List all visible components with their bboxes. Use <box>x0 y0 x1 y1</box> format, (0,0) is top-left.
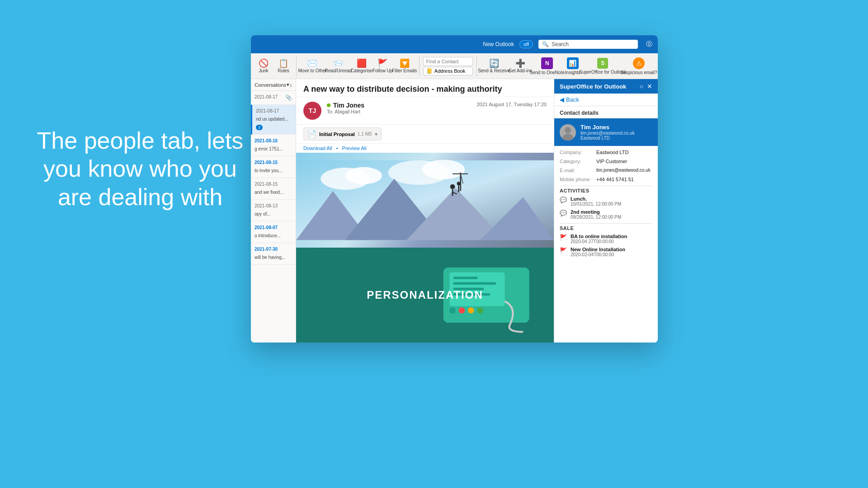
svg-point-22 <box>468 307 474 314</box>
filter-emails-button[interactable]: 🔽 Filter Emails <box>394 58 416 74</box>
contact-name: Tim Jones <box>580 124 652 131</box>
email-row: E-mail: tim.jones@eastwood.co.uk <box>560 168 652 173</box>
contact-company-display: Eastwood LTD <box>580 136 652 141</box>
superoffice-panel: SuperOffice for Outlook ○ ✕ ◀ Back Conta… <box>554 79 658 343</box>
move-to-other-button[interactable]: ✉️ Move to Other <box>300 58 325 74</box>
online-indicator <box>327 103 330 107</box>
find-contact-box: 📒 Address Book <box>423 57 473 75</box>
list-item[interactable]: 2021-07-30 will be having... <box>251 243 296 265</box>
flag-icon: 🚩 <box>377 59 387 67</box>
send-receive-button[interactable]: 🔄 Send & Receive <box>481 58 508 74</box>
search-bar[interactable]: 🔍 Search <box>538 40 638 49</box>
svg-point-23 <box>477 307 483 314</box>
follow-up-button[interactable]: 🚩 Follow Up <box>373 58 392 74</box>
conversation-list: Conversations ▾ ↕ 📎 2021-08-17 2021-08-1… <box>251 79 296 343</box>
svg-point-4 <box>422 160 465 179</box>
ribbon-sep-1 <box>296 55 297 77</box>
move-icon: ✉️ <box>307 59 317 67</box>
attachment-name: Initial Proposal <box>319 131 355 137</box>
activity-item[interactable]: 💬 2nd meeting 09/28/2021, 12:00:00 PM <box>560 209 652 220</box>
sale-item[interactable]: 🚩 BA to online installation 2020-04 27T0… <box>560 234 652 244</box>
superoffice-icon: S <box>597 58 608 69</box>
list-item[interactable]: 2021-08-07 o introduce... <box>251 221 296 243</box>
svg-rect-25 <box>453 282 496 285</box>
activity-item[interactable]: 💬 Lunch. 10/01/2021, 12:00:00 PM <box>560 196 652 206</box>
junk-button[interactable]: 🚫 Junk <box>255 58 273 74</box>
svg-point-2 <box>345 167 382 184</box>
filter-icon: 🔽 <box>400 59 410 67</box>
superoffice-button[interactable]: S SuperOffice for Outlook <box>584 57 622 75</box>
get-addins-button[interactable]: ➕ Get Add-ins <box>509 58 531 74</box>
sale-title-text: BA to online installation <box>571 234 652 239</box>
activity-date: 09/28/2021, 12:00:00 PM <box>571 215 652 220</box>
meeting-icon: 💬 <box>560 210 567 216</box>
email-subject: A new way to distribute decision - makin… <box>296 79 554 97</box>
attachment-size: 1,1 MB <box>358 131 372 136</box>
list-item[interactable]: 2021-08-13 opy of... <box>251 200 296 221</box>
expand-icon: ▾ <box>375 131 377 137</box>
activities-title: ACTIVITIES <box>560 186 652 193</box>
junk-icon: 🚫 <box>259 59 269 67</box>
image-top <box>296 153 554 248</box>
cat-icon: 🟥 <box>357 59 367 67</box>
chat-icon: 💬 <box>560 197 567 203</box>
avatar-image <box>560 124 576 141</box>
ribbon-sep-3 <box>476 55 477 77</box>
personalization-text: PERSONALIZATION <box>367 289 483 301</box>
list-item[interactable]: 2021-08-15 and we fixed... <box>251 178 296 200</box>
svg-point-29 <box>565 127 571 133</box>
book-icon: 📒 <box>426 68 433 74</box>
email-body: PERSONALIZATION <box>296 153 554 343</box>
onenote-icon: N <box>541 57 553 69</box>
email-image: PERSONALIZATION <box>296 153 554 343</box>
paperclip-icon: 📎 <box>285 94 292 101</box>
conversations-header[interactable]: Conversations ▾ ↕ <box>251 79 296 91</box>
contact-email-display: tim.jones@eastwood.co.uk <box>580 131 652 136</box>
so-close-button[interactable]: ✕ <box>647 83 652 90</box>
sale-date-2: 2020-02-04T00:00:00 <box>571 252 652 257</box>
help-icon[interactable]: ⓪ <box>646 40 652 48</box>
search-placeholder: Search <box>552 41 569 47</box>
category-row: Category: VIP Customer <box>560 159 652 164</box>
send-onenote-button[interactable]: N Send to OneNote <box>533 56 562 76</box>
find-contact-input[interactable] <box>423 57 473 66</box>
back-button[interactable]: ◀ Back <box>554 94 658 106</box>
new-outlook-toggle[interactable]: off <box>519 40 533 48</box>
address-book-button[interactable]: 📒 Address Book <box>423 67 473 75</box>
svg-point-21 <box>459 307 465 314</box>
svg-rect-24 <box>453 277 477 279</box>
sender-info: Tim Jones To: Abigail Hart <box>327 102 471 114</box>
insights-icon: 📊 <box>567 57 579 69</box>
addins-icon: ➕ <box>515 59 525 67</box>
list-item[interactable]: 2021-08-15 to invite you... <box>251 156 296 178</box>
activity-date: 10/01/2021, 12:00:00 PM <box>571 202 652 206</box>
sale-date: 2020-04 27T00:00:00 <box>571 239 652 244</box>
suspicious-button[interactable]: ⚠ Suspicious email? <box>624 56 654 76</box>
sale-title: SALE <box>560 223 652 231</box>
attachment-chip[interactable]: 📄 Initial Proposal 1,1 MB ▾ <box>303 127 382 141</box>
contact-avatar <box>560 124 576 141</box>
search-icon: 🔍 <box>542 41 549 47</box>
back-arrow-icon: ◀ <box>560 96 564 103</box>
mobile-row: Mobile phone: +44 441 5741 51 <box>560 177 652 182</box>
list-item[interactable]: 2021-08-16 g error 1751... <box>251 135 296 156</box>
activity-title: Lunch. <box>571 196 652 202</box>
read-unread-button[interactable]: 📨 Read/Unread <box>326 58 350 74</box>
ribbon: 🚫 Junk 📋 Rules ✉️ Move to Other 📨 Read/U… <box>251 53 658 79</box>
sort-icon: ↕ <box>289 82 292 88</box>
list-item[interactable]: 2021-08-17 nd us updated... 3 <box>251 105 296 135</box>
rules-button[interactable]: 📋 Rules <box>274 58 292 74</box>
rules-icon: 📋 <box>278 59 288 67</box>
download-links[interactable]: Download All • Preview All <box>296 144 554 153</box>
contact-details-section: Tim Jones tim.jones@eastwood.co.uk Eastw… <box>554 118 658 146</box>
sale-title-text-2: New Online Installation <box>571 247 652 252</box>
so-panel-actions: ○ ✕ <box>640 83 652 90</box>
so-minimize-button[interactable]: ○ <box>640 83 643 90</box>
hero-text-content: The people tab, lets you know who you ar… <box>37 127 244 210</box>
list-item[interactable]: 📎 2021-08-17 <box>251 91 296 105</box>
so-panel-header: SuperOffice for Outlook ○ ✕ <box>554 79 658 94</box>
categorise-button[interactable]: 🟥 Categorise <box>352 58 372 74</box>
sender-name: Tim Jones <box>327 102 471 109</box>
sale-item[interactable]: 🚩 New Online Installation 2020-02-04T00:… <box>560 247 652 257</box>
activity-title: 2nd meeting <box>571 209 652 215</box>
